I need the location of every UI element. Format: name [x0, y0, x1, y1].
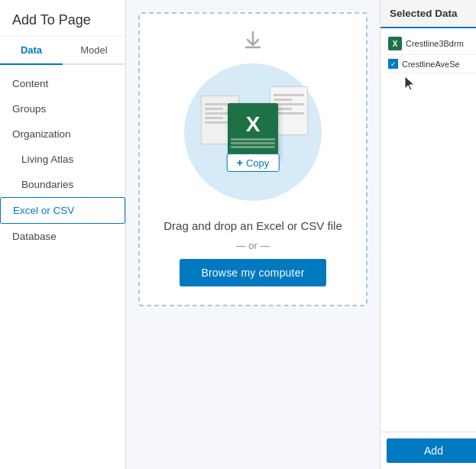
right-panel: Selected Data X Crestline3Bdrm Crestline… [380, 0, 476, 469]
sidebar-item-content[interactable]: Content [0, 71, 125, 96]
right-panel-footer: Add [380, 432, 476, 469]
drag-drop-text: Drag and drop an Excel or CSV file [164, 219, 342, 232]
tab-data[interactable]: Data [0, 37, 63, 65]
copy-label: Copy [246, 157, 269, 169]
item-name: Crestline3Bdrm [406, 39, 464, 48]
excel-item-icon: X [388, 37, 402, 50]
selected-data-header: Selected Data [380, 0, 476, 28]
list-item: X Crestline3Bdrm [387, 33, 476, 55]
sidebar-item-database[interactable]: Database [0, 224, 125, 249]
add-button[interactable]: Add [387, 438, 476, 463]
selected-items-list: X Crestline3Bdrm CrestlineAveSe [380, 28, 476, 432]
browse-computer-button[interactable]: Browse my computer [180, 259, 325, 286]
illustration-circle: X + Copy [184, 63, 322, 201]
sidebar-nav: Content Groups Organization Living Atlas… [0, 65, 125, 469]
copy-button[interactable]: + Copy [227, 154, 280, 172]
drop-zone[interactable]: X + Copy Drag and drop an Excel or CSV f… [138, 12, 368, 306]
sidebar-item-organization[interactable]: Organization [0, 121, 125, 147]
drop-arrow-icon [242, 29, 264, 56]
tab-model[interactable]: Model [63, 37, 125, 65]
sidebar-item-groups[interactable]: Groups [0, 96, 125, 121]
sidebar-tabs: Data Model [0, 37, 125, 65]
list-item[interactable]: CrestlineAveSe [387, 55, 476, 73]
item-checkbox[interactable] [388, 59, 398, 69]
item-name: CrestlineAveSe [402, 60, 460, 69]
excel-file-icon: X [228, 103, 278, 161]
copy-plus-icon: + [237, 157, 243, 169]
sidebar-item-boundaries[interactable]: Boundaries [0, 172, 125, 197]
sidebar-item-excel-csv[interactable]: Excel or CSV [0, 197, 125, 224]
excel-x-letter: X [246, 114, 261, 135]
or-divider-text: — or — [236, 240, 270, 251]
sidebar-item-living-atlas[interactable]: Living Atlas [0, 147, 125, 172]
cursor-pointer-icon [387, 75, 476, 95]
sidebar: Add To Page Data Model Content Groups Or… [0, 0, 126, 469]
sidebar-title: Add To Page [0, 0, 125, 37]
main-content: X + Copy Drag and drop an Excel or CSV f… [126, 0, 380, 469]
